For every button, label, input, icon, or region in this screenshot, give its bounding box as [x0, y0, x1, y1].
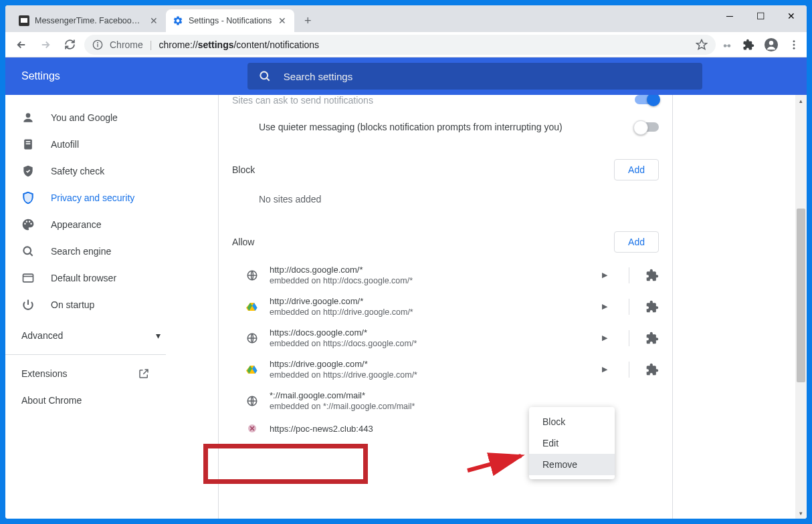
allow-site-row[interactable]: http://docs.google.com/*embedded on http…: [219, 259, 672, 291]
svg-point-9: [793, 40, 795, 42]
page-scrollbar[interactable]: ▴ ▾: [795, 95, 807, 519]
chevron-down-icon: ▾: [156, 330, 161, 341]
site-url: https://docs.google.com/*: [270, 328, 586, 338]
sidebar-item-autofill[interactable]: Autofill: [5, 131, 169, 158]
autofill-icon: [21, 138, 35, 151]
quieter-messaging-toggle[interactable]: [635, 122, 659, 132]
browser-icon: [21, 271, 35, 285]
person-icon: [21, 111, 35, 124]
window-minimize-button[interactable]: ─: [714, 5, 745, 27]
site-details-arrow[interactable]: ▶: [597, 271, 613, 279]
site-info-icon[interactable]: [92, 39, 103, 50]
context-menu-block[interactable]: Block: [529, 411, 615, 432]
tab-settings[interactable]: Settings - Notifications ✕: [166, 9, 294, 32]
incognito-icon[interactable]: [721, 39, 733, 51]
sidebar-advanced-toggle[interactable]: Advanced ▾: [5, 322, 177, 349]
sidebar-item-you-and-google[interactable]: You and Google: [5, 104, 169, 131]
svg-point-5: [724, 44, 727, 47]
svg-point-6: [728, 44, 731, 47]
site-context-menu: Block Edit Remove: [529, 407, 615, 479]
shield-check-icon: [21, 164, 35, 178]
block-section-label: Block: [232, 164, 255, 175]
svg-rect-4: [97, 43, 98, 47]
scroll-thumb[interactable]: [797, 209, 805, 382]
sidebar-item-on-startup[interactable]: On startup: [5, 291, 169, 318]
site-favicon: [245, 394, 259, 408]
power-icon: [21, 298, 35, 311]
site-favicon: [245, 332, 259, 345]
site-extension-icon[interactable]: [645, 332, 659, 345]
tab-title: Settings - Notifications: [189, 16, 272, 25]
scroll-up-arrow[interactable]: ▴: [795, 95, 807, 106]
sidebar-item-appearance[interactable]: Appearance: [5, 211, 169, 238]
sidebar-item-search-engine[interactable]: Search engine: [5, 238, 169, 265]
site-embed-text: embedded on https://docs.google.com/*: [270, 339, 586, 348]
site-extension-icon[interactable]: [645, 363, 659, 376]
context-menu-edit[interactable]: Edit: [529, 432, 615, 454]
sidebar-item-safety-check[interactable]: Safety check: [5, 158, 169, 184]
settings-header: Settings: [5, 57, 807, 95]
tab-messenger[interactable]: MessengerTime. Facebook Mess… ✕: [12, 9, 166, 32]
sidebar-about-link[interactable]: About Chrome: [5, 387, 166, 414]
settings-content: Sites can ask to send notifications Use …: [177, 95, 807, 519]
allow-site-row[interactable]: http://drive.google.com/*embedded on htt…: [219, 291, 672, 322]
tab-favicon: [173, 15, 183, 26]
context-menu-remove[interactable]: Remove: [529, 454, 615, 475]
address-bar: Chrome | chrome://settings/content/notif…: [5, 32, 807, 57]
sidebar-divider: [5, 354, 166, 355]
omnibox[interactable]: Chrome | chrome://settings/content/notif…: [84, 35, 716, 55]
nav-forward-button[interactable]: [36, 35, 55, 54]
nav-reload-button[interactable]: [60, 35, 79, 54]
window-maximize-button[interactable]: ☐: [745, 5, 776, 27]
tab-title: MessengerTime. Facebook Mess…: [35, 16, 143, 25]
allow-site-row[interactable]: https://docs.google.com/*embedded on htt…: [219, 322, 672, 354]
omnibox-label: Chrome: [110, 39, 143, 50]
tab-close-icon[interactable]: ✕: [148, 15, 159, 26]
nav-back-button[interactable]: [12, 35, 31, 54]
window-close-button[interactable]: ✕: [776, 5, 807, 27]
palette-icon: [21, 218, 35, 231]
new-tab-button[interactable]: +: [298, 11, 317, 30]
svg-rect-15: [26, 141, 31, 142]
settings-search-box[interactable]: [247, 63, 702, 90]
site-details-arrow[interactable]: ▶: [597, 365, 613, 374]
extensions-icon[interactable]: [742, 39, 754, 51]
site-favicon: [245, 363, 259, 376]
site-embed-text: embedded on http://docs.google.com/*: [270, 276, 586, 285]
search-icon: [21, 245, 35, 258]
allow-add-button[interactable]: Add: [614, 231, 659, 253]
search-icon: [258, 70, 272, 83]
svg-rect-18: [23, 274, 33, 282]
site-embed-text: embedded on http://drive.google.com/*: [270, 307, 586, 317]
site-favicon: [245, 300, 259, 313]
site-extension-icon[interactable]: [645, 269, 659, 282]
site-details-arrow[interactable]: ▶: [597, 302, 613, 311]
svg-rect-1: [21, 18, 27, 23]
tab-close-icon[interactable]: ✕: [277, 15, 288, 26]
site-embed-text: embedded on https://drive.google.com/*: [270, 370, 586, 380]
svg-point-12: [260, 72, 268, 79]
site-details-arrow[interactable]: ▶: [597, 334, 613, 342]
allow-section-label: Allow: [232, 237, 254, 247]
site-favicon: [245, 422, 259, 435]
svg-point-8: [769, 41, 773, 45]
site-url: https://drive.google.com/*: [270, 359, 586, 369]
site-extension-icon[interactable]: [645, 300, 659, 313]
block-add-button[interactable]: Add: [614, 159, 659, 180]
ask-notifications-toggle[interactable]: [635, 95, 659, 104]
site-url: *://mail.google.com/mail*: [270, 390, 659, 400]
profile-icon[interactable]: [764, 37, 779, 52]
scroll-down-arrow[interactable]: ▾: [795, 507, 807, 519]
allow-site-row[interactable]: https://drive.google.com/*embedded on ht…: [219, 354, 672, 385]
block-empty-text: No sites added: [219, 187, 672, 218]
sidebar-extensions-link[interactable]: Extensions: [5, 360, 166, 387]
sidebar-item-default-browser[interactable]: Default browser: [5, 265, 169, 291]
external-link-icon: [138, 368, 150, 380]
settings-sidebar: You and Google Autofill Safety check Pri…: [5, 95, 177, 519]
sidebar-item-privacy-security[interactable]: Privacy and security: [5, 184, 169, 211]
settings-title: Settings: [21, 70, 60, 82]
settings-search-input[interactable]: [284, 71, 692, 82]
bookmark-star-icon[interactable]: [696, 39, 708, 51]
svg-point-3: [97, 41, 98, 43]
chrome-menu-button[interactable]: [788, 39, 800, 51]
